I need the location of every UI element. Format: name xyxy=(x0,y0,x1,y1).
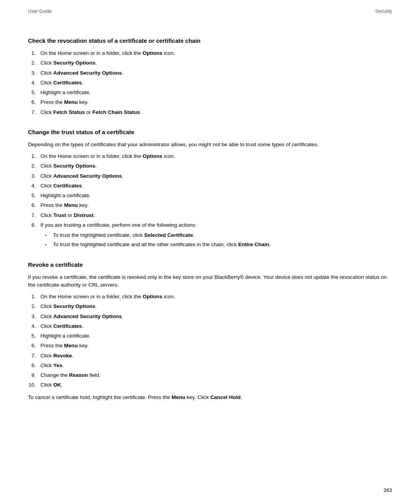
step-text: On the Home screen or in a folder, click… xyxy=(40,49,392,57)
step-number: 6. xyxy=(28,201,40,209)
step-text: Press the Menu key. xyxy=(40,98,392,106)
list-item: 5.Highlight a certificate. xyxy=(28,332,392,340)
list-item: 2.Click Security Options. xyxy=(28,303,392,310)
step-text: Click Advanced Security Options. xyxy=(40,69,392,77)
list-item: 7.Click Trust or Distrust. xyxy=(28,212,392,219)
step-number: 2. xyxy=(28,59,40,67)
step-text: Highlight a certificate. xyxy=(40,192,392,200)
step-number: 5. xyxy=(28,192,40,200)
sub-bullets-change-trust: •To trust the highlighted certificate, c… xyxy=(45,231,392,249)
step-number: 1. xyxy=(28,49,40,57)
step-number: 1. xyxy=(28,293,40,301)
step-text: Press the Menu key. xyxy=(40,342,392,350)
steps-list-revoke-certificate: 1.On the Home screen or in a folder, cli… xyxy=(28,293,392,389)
step-number: 2. xyxy=(28,162,40,170)
bullet-icon: • xyxy=(45,231,53,238)
step-text: Change the Reason field. xyxy=(40,371,392,379)
step-text: Click Security Options. xyxy=(40,59,392,67)
step-text: Click Revoke. xyxy=(40,352,392,360)
list-item: 3.Click Advanced Security Options. xyxy=(28,313,392,320)
section-title-change-trust: Change the trust status of a certificate xyxy=(28,129,392,137)
list-item: 8.Click Yes. xyxy=(28,362,392,369)
list-item: 2.Click Security Options. xyxy=(28,162,392,170)
list-item: 6.Press the Menu key. xyxy=(28,98,392,106)
list-item: •To trust the highlighted certificate an… xyxy=(45,241,392,248)
list-item: 9.Change the Reason field. xyxy=(28,371,392,379)
sub-bullets-wrapper: •To trust the highlighted certificate, c… xyxy=(28,231,392,249)
step-text: Click Advanced Security Options. xyxy=(40,172,392,180)
section-title-revoke-certificate: Revoke a certificate xyxy=(28,261,392,270)
steps-list-check-revocation: 1.On the Home screen or in a folder, cli… xyxy=(28,49,392,116)
step-text: On the Home screen or in a folder, click… xyxy=(40,152,392,160)
list-item: 10.Click OK. xyxy=(28,381,392,389)
step-text: Click Security Options. xyxy=(40,162,392,170)
list-item: 6.Press the Menu key. xyxy=(28,342,392,350)
step-text: Click Trust or Distrust. xyxy=(40,212,392,219)
page-content: Check the revocation status of a certifi… xyxy=(0,37,420,401)
list-item: 1.On the Home screen or in a folder, cli… xyxy=(28,152,392,160)
page-number: 263 xyxy=(383,487,392,493)
step-number: 6. xyxy=(28,342,40,350)
section-note-revoke-certificate: To cancel a certificate hold, highlight … xyxy=(28,393,392,402)
step-number: 8. xyxy=(28,362,40,369)
list-item: 4.Click Certificates. xyxy=(28,322,392,330)
header-left: User Guide xyxy=(28,9,52,14)
header-right: Security xyxy=(375,9,392,14)
step-number: 3. xyxy=(28,172,40,180)
step-number: 7. xyxy=(28,108,40,116)
step-text: On the Home screen or in a folder, click… xyxy=(40,293,392,301)
section-desc-change-trust: Depending on the types of certificates t… xyxy=(28,141,392,149)
step-text: Click OK. xyxy=(40,381,392,389)
step-number: 4. xyxy=(28,182,40,190)
step-number: 10. xyxy=(28,381,40,389)
step-text: Highlight a certificate. xyxy=(40,89,392,96)
step-number: 6. xyxy=(28,98,40,106)
step-text: Click Certificates. xyxy=(40,182,392,190)
list-item: 8.If you are trusting a certificate, per… xyxy=(28,221,392,229)
step-number: 8. xyxy=(28,221,40,229)
list-item: 1.On the Home screen or in a folder, cli… xyxy=(28,49,392,57)
step-text: Click Certificates. xyxy=(40,79,392,87)
step-number: 4. xyxy=(28,322,40,330)
bullet-icon: • xyxy=(45,241,53,248)
section-title-check-revocation: Check the revocation status of a certifi… xyxy=(28,37,392,46)
list-item: 5.Highlight a certificate. xyxy=(28,192,392,200)
page-header: User Guide Security xyxy=(0,0,420,14)
step-number: 3. xyxy=(28,69,40,77)
step-number: 5. xyxy=(28,89,40,96)
step-text: Click Security Options. xyxy=(40,303,392,310)
list-item: 7.Click Fetch Status or Fetch Chain Stat… xyxy=(28,108,392,116)
step-text: Click Certificates. xyxy=(40,322,392,330)
step-text: Click Yes. xyxy=(40,362,392,369)
step-number: 2. xyxy=(28,303,40,310)
list-item: 6.Press the Menu key. xyxy=(28,201,392,209)
step-text: Click Fetch Status or Fetch Chain Status… xyxy=(40,108,392,116)
section-change-trust: Change the trust status of a certificate… xyxy=(28,129,392,249)
list-item: 3.Click Advanced Security Options. xyxy=(28,69,392,77)
list-item: 5.Highlight a certificate. xyxy=(28,89,392,96)
list-item: 3.Click Advanced Security Options. xyxy=(28,172,392,180)
list-item: 4.Click Certificates. xyxy=(28,79,392,87)
step-number: 7. xyxy=(28,352,40,360)
step-text: If you are trusting a certificate, perfo… xyxy=(40,221,392,229)
page-footer: 263 xyxy=(383,487,392,493)
bullet-text: To trust the highlighted certificate, cl… xyxy=(53,231,194,239)
step-text: Click Advanced Security Options. xyxy=(40,313,392,320)
list-item: 2.Click Security Options. xyxy=(28,59,392,67)
section-check-revocation: Check the revocation status of a certifi… xyxy=(28,37,392,116)
list-item: 1.On the Home screen or in a folder, cli… xyxy=(28,293,392,301)
list-item: 4.Click Certificates. xyxy=(28,182,392,190)
step-number: 7. xyxy=(28,212,40,219)
section-revoke-certificate: Revoke a certificateIf you revoke a cert… xyxy=(28,261,392,402)
step-number: 3. xyxy=(28,313,40,320)
step-number: 1. xyxy=(28,152,40,160)
step-number: 9. xyxy=(28,371,40,379)
step-number: 5. xyxy=(28,332,40,340)
step-number: 4. xyxy=(28,79,40,87)
list-item: •To trust the highlighted certificate, c… xyxy=(45,231,392,239)
list-item: 7.Click Revoke. xyxy=(28,352,392,360)
step-text: Press the Menu key. xyxy=(40,201,392,209)
bullet-text: To trust the highlighted certificate and… xyxy=(53,241,271,248)
step-text: Highlight a certificate. xyxy=(40,332,392,340)
section-desc-revoke-certificate: If you revoke a certificate, the certifi… xyxy=(28,273,392,289)
